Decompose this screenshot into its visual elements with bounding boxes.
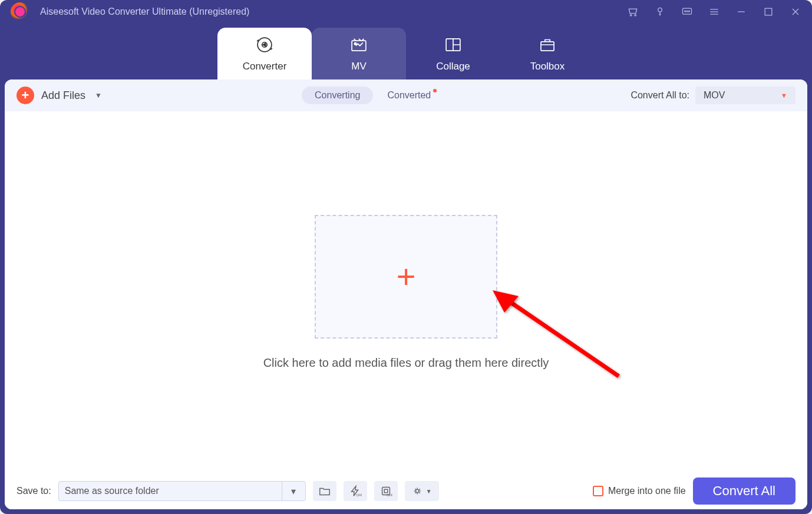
checkbox-icon [593,486,603,496]
svg-text:OFF: OFF [387,493,392,497]
add-files-button[interactable]: + Add Files ▼ [16,87,102,104]
tab-label: Collage [436,61,470,72]
mv-icon [349,35,369,55]
plus-icon: + [397,257,416,296]
bottombar: Save to: Same as source folder ▾ OFF OFF… [5,473,807,509]
chevron-down-icon: ▾ [282,481,305,501]
tab-label: MV [351,61,367,72]
gpu-off-button[interactable]: OFF [374,481,398,501]
convert-all-button[interactable]: Convert All [693,477,796,505]
plus-icon: + [16,87,34,104]
svg-rect-13 [541,42,554,51]
svg-rect-10 [352,41,366,51]
titlebar: Aiseesoft Video Converter Ultimate (Unre… [0,0,812,24]
svg-point-5 [686,11,688,12]
toolbox-icon [537,35,557,55]
filter-converting[interactable]: Converting [302,87,373,104]
open-folder-button[interactable] [313,481,336,501]
feedback-icon[interactable] [681,6,693,18]
svg-point-2 [658,8,662,12]
svg-point-11 [354,43,356,45]
svg-text:OFF: OFF [356,493,362,497]
tab-mv[interactable]: MV [312,28,406,79]
notification-dot-icon [433,89,437,92]
add-files-label: Add Files [41,89,85,102]
converter-icon [255,35,275,55]
app-logo-icon [11,2,29,21]
format-selected-value: MOV [704,90,725,101]
tab-label: Converter [243,61,287,72]
save-to-value: Same as source folder [65,486,159,496]
chevron-down-icon: ▼ [95,91,102,100]
maximize-icon[interactable] [763,6,774,18]
tab-collage[interactable]: Collage [406,28,500,79]
toolbar: + Add Files ▼ Converting Converted Conve… [5,79,807,111]
merge-checkbox[interactable]: Merge into one file [593,486,686,496]
main-drop-area: + Click here to add media files or drag … [5,111,807,473]
cart-icon[interactable] [627,6,639,18]
settings-button[interactable]: ▼ [405,481,439,501]
save-to-selector[interactable]: Same as source folder ▾ [58,481,306,501]
speed-off-button[interactable]: OFF [344,481,367,501]
tab-label: Toolbox [530,61,565,72]
app-title: Aiseesoft Video Converter Ultimate (Unre… [40,6,249,17]
format-selector[interactable]: MOV ▼ [695,87,796,104]
chevron-down-icon: ▼ [426,488,432,495]
svg-point-1 [635,15,636,16]
chevron-down-icon: ▼ [781,92,787,99]
svg-point-0 [630,15,632,16]
close-icon[interactable] [790,6,801,18]
filter-converted-label: Converted [387,90,431,100]
svg-point-6 [689,11,690,12]
collage-icon [443,35,463,55]
filter-converted[interactable]: Converted [387,90,431,101]
minimize-icon[interactable] [735,6,747,18]
merge-label: Merge into one file [608,486,686,496]
save-to-label: Save to: [16,486,51,496]
svg-rect-18 [384,489,388,493]
tab-toolbox[interactable]: Toolbox [500,28,595,79]
tab-converter[interactable]: Converter [217,28,312,79]
convert-all-to-label: Convert All to: [631,90,689,101]
svg-rect-7 [765,8,772,15]
key-icon[interactable] [654,6,666,18]
drop-hint-text: Click here to add media files or drag th… [263,356,549,370]
svg-point-20 [415,489,419,493]
drop-zone[interactable]: + [315,215,497,339]
menu-icon[interactable] [708,6,720,18]
nav-tabs: Converter MV Collage Toolbox [0,24,812,79]
svg-point-4 [685,11,686,12]
